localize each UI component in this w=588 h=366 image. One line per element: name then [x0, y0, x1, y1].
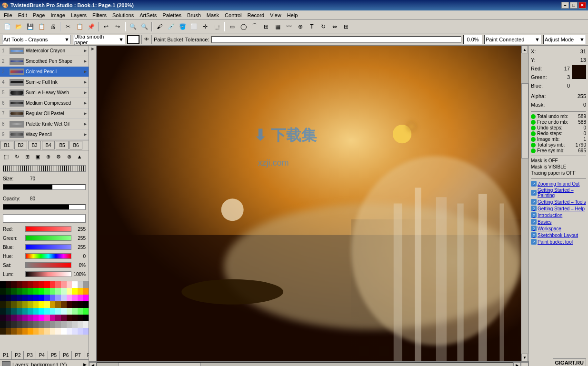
palette-cell-103[interactable] — [39, 321, 44, 328]
menu-item-mask[interactable]: Mask — [204, 11, 222, 19]
menu-item-help[interactable]: Help — [284, 11, 301, 19]
palette-tab-p2[interactable]: P2 — [12, 351, 24, 359]
palette-cell-38[interactable] — [33, 295, 39, 301]
help-link-8[interactable]: ?Paint bucket tool — [531, 239, 586, 245]
brush-expand-1[interactable]: ▶ — [84, 49, 87, 53]
palette-cell-10[interactable] — [55, 281, 61, 288]
palette-cell-124[interactable] — [67, 328, 72, 335]
palette-cell-87[interactable] — [39, 315, 44, 321]
palette-cell-26[interactable] — [55, 288, 61, 295]
main-color-swatch[interactable] — [3, 214, 86, 223]
scroll-down-btn[interactable]: ▼ — [521, 354, 528, 361]
grid-tool[interactable]: ⊞ — [341, 21, 351, 32]
palette-cell-13[interactable] — [72, 281, 78, 288]
palette-cell-56[interactable] — [44, 301, 50, 308]
palette-cell-97[interactable] — [6, 321, 11, 328]
sat-bar[interactable] — [25, 262, 71, 268]
menu-item-solutions[interactable]: Solutions — [110, 11, 137, 19]
palette-cell-102[interactable] — [33, 321, 39, 328]
eraser-tool[interactable]: ⬜ — [189, 21, 199, 32]
palette-cell-104[interactable] — [44, 321, 50, 328]
palette-cell-77[interactable] — [72, 308, 78, 315]
brush-item-9[interactable]: 9 Waxy Pencil ▶ — [0, 129, 89, 140]
palette-cell-62[interactable] — [78, 301, 83, 308]
palette-cell-84[interactable] — [22, 315, 28, 321]
select-tool[interactable]: ⬚ — [211, 21, 222, 32]
brush-tab-b3[interactable]: B3 — [28, 141, 41, 149]
palette-cell-68[interactable] — [22, 308, 28, 315]
palette-cell-66[interactable] — [11, 308, 17, 315]
palette-cell-121[interactable] — [50, 328, 56, 335]
cut-button[interactable]: ✂ — [63, 21, 73, 32]
brush-tab-b4[interactable]: B4 — [42, 141, 55, 149]
palette-cell-94[interactable] — [78, 315, 83, 321]
palette-cell-12[interactable] — [67, 281, 72, 288]
palette-cell-20[interactable] — [22, 288, 28, 295]
tool-icon-6[interactable]: ⚙ — [53, 151, 64, 162]
palette-cell-15[interactable] — [83, 281, 89, 288]
menu-item-artsets[interactable]: ArtSets — [137, 11, 159, 19]
palette-cell-63[interactable] — [83, 301, 89, 308]
paint-mode-select[interactable]: Paint Connected ▼ — [484, 35, 541, 44]
help-link-4[interactable]: ?Introduction — [531, 212, 586, 218]
blue-bar[interactable] — [25, 244, 71, 250]
tool-icon-7[interactable]: ⊗ — [64, 151, 74, 162]
clone-tool[interactable]: ⊕ — [295, 21, 306, 32]
menu-item-page[interactable]: Page — [30, 11, 48, 19]
palette-cell-80[interactable] — [0, 315, 6, 321]
palette-cell-115[interactable] — [17, 328, 22, 335]
palette-cell-14[interactable] — [78, 281, 83, 288]
new-button[interactable]: 📄 — [2, 21, 12, 32]
palette-tab-p4[interactable]: P4 — [36, 351, 48, 359]
palette-cell-111[interactable] — [83, 321, 89, 328]
palette-cell-48[interactable] — [0, 301, 6, 308]
adjust-mode-select[interactable]: Adjust Mode ▼ — [543, 35, 586, 44]
palette-cell-70[interactable] — [33, 308, 39, 315]
palette-tab-p3[interactable]: P3 — [24, 351, 36, 359]
tolerance-slider[interactable] — [211, 36, 461, 43]
palette-cell-95[interactable] — [83, 315, 89, 321]
palette-cell-93[interactable] — [72, 315, 78, 321]
scroll-track-v[interactable] — [521, 53, 528, 354]
tool-icon-1[interactable]: ⬚ — [1, 151, 11, 162]
brush-set-select[interactable]: Art Tools - Crayons ▼ — [2, 35, 71, 44]
brush-expand-2[interactable]: ▶ — [84, 59, 87, 63]
palette-cell-82[interactable] — [11, 315, 17, 321]
help-link-7[interactable]: ?Sketchbook Layout — [531, 232, 586, 238]
palette-cell-58[interactable] — [55, 301, 61, 308]
palette-cell-9[interactable] — [50, 281, 56, 288]
scrollbar-vertical[interactable]: ▲ ▼ — [521, 46, 528, 361]
rotate-tool[interactable]: ↻ — [318, 21, 329, 32]
flip-tool[interactable]: ⇔ — [329, 21, 340, 32]
brush-item-5[interactable]: 5 Sumi-e Heavy Wash ▶ — [0, 88, 89, 98]
palette-cell-45[interactable] — [72, 295, 78, 301]
palette-cell-85[interactable] — [28, 315, 33, 321]
palette-cell-35[interactable] — [17, 295, 22, 301]
lum-bar[interactable] — [25, 271, 71, 277]
palette-cell-6[interactable] — [33, 281, 39, 288]
palette-cell-74[interactable] — [55, 308, 61, 315]
palette-cell-101[interactable] — [28, 321, 33, 328]
save-as-button[interactable]: 📋 — [36, 21, 47, 32]
brush-tool[interactable]: 🖌 — [154, 21, 165, 32]
undo-button[interactable]: ↩ — [101, 21, 111, 32]
scroll-right-btn[interactable]: ▶ — [513, 362, 521, 366]
brush-preview-slider[interactable] — [3, 165, 86, 172]
palette-cell-108[interactable] — [67, 321, 72, 328]
palette-cell-112[interactable] — [0, 328, 6, 335]
palette-tab-p5[interactable]: P5 — [48, 351, 60, 359]
brush-expand-6[interactable]: ▶ — [84, 101, 87, 105]
palette-cell-99[interactable] — [17, 321, 22, 328]
tool-icon-2[interactable]: ↻ — [11, 151, 22, 162]
palette-cell-53[interactable] — [28, 301, 33, 308]
palette-cell-71[interactable] — [39, 308, 44, 315]
palette-cell-4[interactable] — [22, 281, 28, 288]
red-bar[interactable] — [25, 226, 71, 232]
move-tool[interactable]: ✛ — [200, 21, 210, 32]
menu-item-filters[interactable]: Filters — [90, 11, 110, 19]
palette-cell-100[interactable] — [22, 321, 28, 328]
palette-cell-27[interactable] — [61, 288, 67, 295]
scroll-track-h[interactable] — [97, 362, 513, 366]
paste-button[interactable]: 📌 — [86, 21, 96, 32]
redo-button[interactable]: ↪ — [112, 21, 123, 32]
